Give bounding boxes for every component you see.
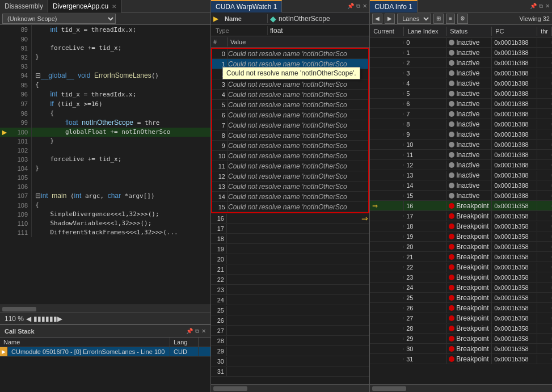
info-row-25[interactable]: 25 Breakpoint 0x0001b358 <box>370 293 552 303</box>
warpwatch-scroll-x[interactable] <box>211 384 369 392</box>
watch-row-26[interactable]: 26 <box>211 315 369 326</box>
watch-row-13[interactable]: 13 Could not resolve name 'notInOtherSco <box>212 182 368 192</box>
info-row-9[interactable]: 9 Inactive 0x0001b388 <box>370 129 552 140</box>
code-line-91: 91 forceLive += tid_x; <box>0 44 210 53</box>
info-row-4[interactable]: 4 Inactive 0x0001b388 <box>370 78 552 88</box>
cs-row-lang: CUD <box>170 347 199 356</box>
cudainfo-pin-btn[interactable]: 📌 <box>530 3 537 9</box>
scroll-thumb[interactable] <box>2 307 36 311</box>
info-row-23[interactable]: 23 Breakpoint 0x0001b358 <box>370 272 552 283</box>
info-row-24[interactable]: 24 Breakpoint 0x0001b358 <box>370 283 552 293</box>
info-row-27[interactable]: 27 Breakpoint 0x0001b358 <box>370 313 552 323</box>
info-row-17[interactable]: 17 Breakpoint 0x0001b358 <box>370 211 552 221</box>
watch-row-30[interactable]: 30 <box>211 356 369 366</box>
watch-row-29[interactable]: 29 <box>211 346 369 356</box>
watch-row-10[interactable]: 10 Could not resolve name 'notInOtherSco <box>212 151 368 161</box>
info-row-16[interactable]: ⇒ 16 Breakpoint 0x0001b358 <box>370 201 552 211</box>
float-button[interactable]: ⧉ <box>195 328 199 335</box>
cudainfo-scroll-x[interactable] <box>370 384 552 392</box>
code-scroll-x[interactable] <box>0 305 210 313</box>
info-row-28[interactable]: 28 Breakpoint 0x0001b358 <box>370 323 552 334</box>
warpwatch-close-btn[interactable]: ✕ <box>363 3 367 9</box>
watch-row-27[interactable]: 27 <box>211 326 369 336</box>
watch-row-14[interactable]: 14 Could not resolve name 'notInOtherSco <box>212 192 368 202</box>
watch-row-25[interactable]: 25 <box>211 305 369 315</box>
info-row-1[interactable]: 1 Inactive 0x0001b388 <box>370 48 552 58</box>
info-content: 0 Inactive 0x0001b388 1 Inactive 0x0001b… <box>370 37 552 384</box>
watch-row-16[interactable]: ⇒ 16 <box>211 213 369 224</box>
cudainfo-float-btn[interactable]: ⧉ <box>539 3 543 10</box>
info-row-29[interactable]: 29 Breakpoint 0x0001b358 <box>370 334 552 344</box>
watch-row-28[interactable]: 28 <box>211 336 369 346</box>
warpwatch-scroll-thumb[interactable] <box>213 386 247 391</box>
info-row-30[interactable]: 30 Breakpoint 0x0001b358 <box>370 344 552 354</box>
watch-row-17[interactable]: 17 <box>211 224 369 234</box>
pin-button[interactable]: 📌 <box>186 328 193 335</box>
info-row-22[interactable]: 22 Breakpoint 0x0001b358 <box>370 262 552 272</box>
close-button[interactable]: ✕ <box>201 328 206 335</box>
code-line-89: 89 int tid_x = threadIdx.x; <box>0 25 210 35</box>
lanes-dropdown[interactable]: Lanes <box>397 14 431 24</box>
info-row-10[interactable]: 10 Inactive 0x0001b388 <box>370 140 552 150</box>
settings-btn[interactable]: ⚙ <box>457 14 468 24</box>
tab-disassembly[interactable]: Disassembly <box>0 0 48 12</box>
watch-row-18[interactable]: 18 <box>211 234 369 244</box>
watch-row-4[interactable]: 4 Could not resolve name 'notInOtherSco <box>212 90 368 100</box>
info-row-15[interactable]: 15 Inactive 0x0001b388 <box>370 191 552 201</box>
close-icon[interactable]: ✕ <box>112 3 116 10</box>
info-row-7[interactable]: 7 Inactive 0x0001b388 <box>370 109 552 119</box>
info-row-14[interactable]: 14 Inactive 0x0001b388 <box>370 180 552 191</box>
watch-row-23[interactable]: 23 <box>211 285 369 295</box>
info-row-19[interactable]: 19 Breakpoint 0x0001b358 <box>370 231 552 242</box>
tab-cudainfo[interactable]: CUDA Info 1 <box>370 0 418 12</box>
info-row-5[interactable]: 5 Inactive 0x0001b388 <box>370 88 552 99</box>
watch-row-9[interactable]: 9 Could not resolve name 'notInOtherSco <box>212 141 368 151</box>
watch-row-12[interactable]: 12 Could not resolve name 'notInOtherSco <box>212 171 368 182</box>
info-row-2[interactable]: 2 Inactive 0x0001b388 <box>370 58 552 68</box>
watch-row-3[interactable]: 3 Could not resolve name 'notInOtherSco <box>212 79 368 90</box>
call-stack-row-0[interactable]: ▶ CUmodule 05016f70 - [0] ErrorInSomeLan… <box>0 347 210 357</box>
scope-dropdown[interactable]: (Unknown Scope) <box>2 14 116 24</box>
zoom-bar: 110 % ◀ ▮▮▮▮▮▮ ▶ <box>0 313 210 324</box>
watch-row-6[interactable]: 6 Could not resolve name 'notInOtherSco <box>212 110 368 120</box>
watch-row-21[interactable]: 21 <box>211 264 369 275</box>
tab-warpwatch[interactable]: CUDA WarpWatch 1 <box>211 0 282 12</box>
info-row-3[interactable]: 3 Inactive 0x0001b388 <box>370 68 552 78</box>
info-row-21[interactable]: 21 Breakpoint 0x0001b358 <box>370 252 552 262</box>
next-btn[interactable]: ▶ <box>385 14 395 24</box>
info-row-20[interactable]: 20 Breakpoint 0x0001b358 <box>370 242 552 252</box>
watch-row-19[interactable]: 19 <box>211 244 369 254</box>
warpwatch-pin-btn[interactable]: 📌 <box>347 3 354 9</box>
grid-view-btn[interactable]: ⊞ <box>433 14 444 24</box>
tab-code-file[interactable]: DivergenceApp.cu ✕ <box>48 0 121 12</box>
watch-row-0[interactable]: 0 Could not resolve name 'notInOtherSco <box>212 49 368 59</box>
info-row-6[interactable]: 6 Inactive 0x0001b388 <box>370 99 552 109</box>
info-row-8[interactable]: 8 Inactive 0x0001b388 <box>370 119 552 129</box>
watch-row-8[interactable]: 8 Could not resolve name 'notInOtherSco <box>212 130 368 141</box>
watch-row-31[interactable]: 31 <box>211 366 369 377</box>
code-line-96: 96 int tid_x = threadIdx.x; <box>0 90 210 99</box>
info-row-12[interactable]: 12 Inactive 0x0001b388 <box>370 160 552 170</box>
list-view-btn[interactable]: ≡ <box>446 14 455 24</box>
var-name-display: notInOtherScope <box>279 15 330 23</box>
watch-row-11[interactable]: 11 Could not resolve name 'notInOtherSco <box>212 161 368 171</box>
watch-row-24[interactable]: 24 <box>211 295 369 305</box>
code-line-92: 92 } <box>0 53 210 62</box>
cs-col-name: Name <box>0 338 170 347</box>
warpwatch-float-btn[interactable]: ⧉ <box>356 3 360 10</box>
cudainfo-scroll-thumb[interactable] <box>372 386 406 391</box>
cudainfo-close-btn[interactable]: ✕ <box>545 3 550 9</box>
info-row-0[interactable]: 0 Inactive 0x0001b388 <box>370 37 552 48</box>
info-row-18[interactable]: 18 Breakpoint 0x0001b358 <box>370 221 552 231</box>
info-row-31[interactable]: 31 Breakpoint 0x0001b358 <box>370 354 552 364</box>
info-row-13[interactable]: 13 Inactive 0x0001b388 <box>370 170 552 180</box>
watch-row-15[interactable]: 15 Could not resolve name 'notInOtherSco <box>212 202 368 212</box>
watch-row-20[interactable]: 20 <box>211 254 369 264</box>
watch-row-22[interactable]: 22 <box>211 275 369 285</box>
watch-row-7[interactable]: 7 Could not resolve name 'notInOtherSco <box>212 120 368 130</box>
prev-btn[interactable]: ◀ <box>372 14 382 24</box>
watch-row-5[interactable]: 5 Could not resolve name 'notInOtherSco <box>212 100 368 110</box>
info-row-11[interactable]: 11 Inactive 0x0001b388 <box>370 150 552 160</box>
scope-bar: (Unknown Scope) <box>0 12 210 25</box>
info-row-26[interactable]: 26 Breakpoint 0x0001b358 <box>370 303 552 313</box>
